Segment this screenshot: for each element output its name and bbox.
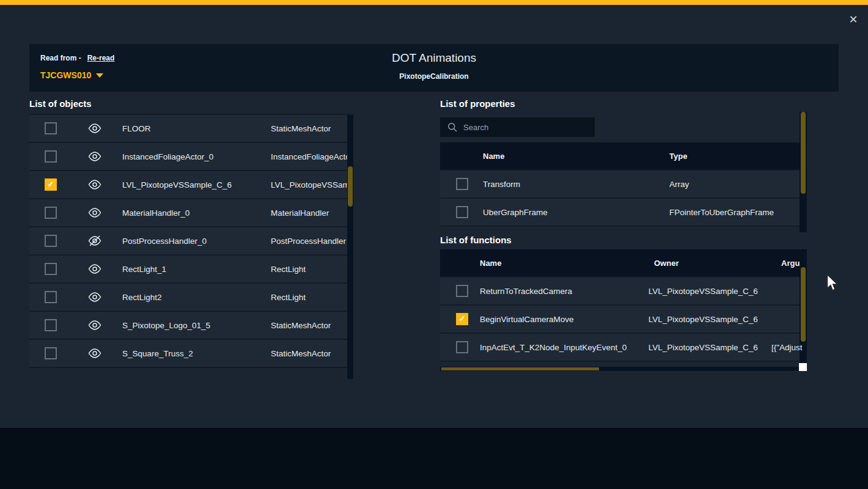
functions-horizontal-scrollbar-thumb[interactable] (441, 367, 599, 370)
table-row[interactable]: RectLight_1 RectLight (29, 256, 347, 284)
object-type: RectLight (271, 265, 347, 274)
row-checkbox[interactable] (456, 178, 468, 190)
scrollbar-corner (799, 363, 807, 371)
function-owner: LVL_PixotopeVSSample_C_6 (649, 343, 771, 352)
top-accent-bar (0, 0, 868, 5)
table-row[interactable]: Transform Array (440, 171, 800, 199)
objects-table: FLOOR StaticMeshActor InstancedFoliageAc… (29, 114, 353, 379)
mouse-cursor (826, 275, 837, 291)
table-row[interactable]: S_Square_Truss_2 StaticMeshActor (29, 340, 347, 368)
objects-panel-heading: List of objects (29, 98, 92, 109)
row-checkbox[interactable] (45, 178, 57, 191)
object-name: S_Pixotope_Logo_01_5 (122, 321, 271, 330)
property-type: Array (669, 180, 800, 189)
eye-visibility-icon[interactable] (87, 347, 102, 359)
function-name: InpActEvt_T_K2Node_InputKeyEvent_0 (480, 343, 649, 352)
function-name: ReturnToTrackedCamera (480, 287, 649, 296)
object-type: StaticMeshActor (271, 321, 347, 330)
functions-panel-heading: List of functions (440, 235, 512, 245)
table-row[interactable]: PostProcessHandler_0 PostProcessHandler (29, 227, 347, 256)
object-type: PostProcessHandler (271, 237, 347, 246)
properties-panel-heading: List of properties (440, 98, 515, 109)
properties-table: Name Type Transform Array UberGraphFrame… (440, 142, 800, 227)
functions-scrollbar-thumb[interactable] (801, 267, 806, 342)
column-header-name: Name (480, 259, 654, 268)
object-type: LVL_PixotopeVSSample_C (271, 180, 347, 189)
eye-visibility-icon[interactable] (87, 178, 102, 191)
row-checkbox[interactable] (45, 319, 57, 331)
table-row[interactable]: S_Pixotope_Logo_01_5 StaticMeshActor (29, 312, 347, 340)
functions-table: Name Owner Arguments ReturnToTrackedCame… (440, 249, 807, 362)
row-checkbox[interactable] (45, 263, 57, 275)
object-name: MaterialHandler_0 (122, 208, 271, 218)
table-row[interactable]: BeginVirtualCameraMove LVL_PixotopeVSSam… (440, 306, 807, 334)
row-checkbox[interactable] (45, 122, 57, 134)
row-checkbox[interactable] (456, 206, 468, 218)
eye-visibility-icon[interactable] (87, 291, 102, 303)
table-row[interactable]: UberGraphFrame FPointerToUberGraphFrame (440, 199, 800, 227)
objects-table-rows: FLOOR StaticMeshActor InstancedFoliageAc… (29, 115, 347, 368)
close-icon[interactable]: ✕ (846, 12, 861, 27)
property-type: FPointerToUberGraphFrame (669, 208, 800, 217)
dialog-subtitle: PixotopeCalibration (29, 72, 839, 81)
table-row[interactable]: FLOOR StaticMeshActor (29, 115, 347, 143)
object-type: StaticMeshActor (271, 349, 347, 358)
row-checkbox[interactable] (456, 313, 468, 325)
object-name: PostProcessHandler_0 (122, 237, 271, 246)
object-type: MaterialHandler (271, 208, 347, 218)
functions-horizontal-scrollbar[interactable] (440, 367, 800, 371)
object-name: FLOOR (122, 124, 271, 133)
table-row[interactable]: ReturnToTrackedCamera LVL_PixotopeVSSamp… (440, 278, 807, 306)
function-name: BeginVirtualCameraMove (480, 315, 649, 324)
eye-visibility-icon[interactable] (87, 263, 102, 275)
property-name: UberGraphFrame (483, 208, 669, 217)
object-type: InstancedFoliageActor (271, 152, 347, 161)
row-checkbox[interactable] (456, 285, 468, 297)
row-checkbox[interactable] (45, 235, 57, 247)
object-type: StaticMeshActor (271, 124, 347, 133)
function-owner: LVL_PixotopeVSSample_C_6 (649, 315, 771, 324)
row-checkbox[interactable] (45, 291, 57, 303)
properties-scrollbar[interactable] (800, 112, 807, 232)
functions-table-header: Name Owner Arguments (440, 249, 807, 278)
dot-animations-dialog: { "colors": { "accent": "#fdb913", "back… (0, 0, 868, 489)
object-name: InstancedFoliageActor_0 (122, 152, 271, 161)
dialog-footer: Cancel Select (0, 428, 868, 489)
eye-visibility-icon[interactable] (87, 150, 102, 163)
eye-visibility-icon[interactable] (87, 319, 102, 331)
row-checkbox[interactable] (45, 150, 57, 163)
object-name: LVL_PixotopeVSSample_C_6 (122, 180, 271, 189)
table-row[interactable]: MaterialHandler_0 MaterialHandler (29, 199, 347, 227)
eye-visibility-icon[interactable] (87, 122, 102, 134)
properties-scrollbar-thumb[interactable] (801, 112, 806, 194)
table-row[interactable]: InpActEvt_T_K2Node_InputKeyEvent_0 LVL_P… (440, 334, 807, 362)
function-owner: LVL_PixotopeVSSample_C_6 (649, 287, 771, 296)
row-checkbox[interactable] (456, 341, 468, 353)
column-header-type: Type (669, 152, 800, 161)
objects-scrollbar[interactable] (347, 115, 353, 379)
table-row[interactable]: LVL_PixotopeVSSample_C_6 LVL_PixotopeVSS… (29, 171, 347, 199)
properties-table-header: Name Type (440, 142, 800, 171)
object-name: S_Square_Truss_2 (122, 349, 271, 358)
properties-search[interactable] (440, 117, 595, 137)
object-type: RectLight (271, 293, 347, 302)
dialog-title: DOT Animations (29, 51, 839, 65)
objects-scrollbar-thumb[interactable] (348, 166, 353, 207)
functions-scrollbar[interactable] (800, 249, 807, 371)
object-name: RectLight_1 (122, 265, 271, 274)
column-header-name: Name (483, 152, 669, 161)
row-checkbox[interactable] (45, 347, 57, 359)
row-checkbox[interactable] (45, 207, 57, 219)
property-name: Transform (483, 180, 669, 189)
function-arguments: [{"Adjust (771, 343, 807, 352)
column-header-owner: Owner (654, 259, 781, 268)
object-name: RectLight2 (122, 293, 271, 302)
table-row[interactable]: InstancedFoliageActor_0 InstancedFoliage… (29, 143, 347, 171)
table-row[interactable]: RectLight2 RectLight (29, 284, 347, 312)
eye-hidden-icon[interactable] (87, 235, 102, 247)
search-input[interactable] (463, 123, 595, 132)
eye-visibility-icon[interactable] (87, 207, 102, 219)
search-icon (447, 122, 457, 132)
dialog-header: Read from -Re-read TJCGWS010 DOT Animati… (29, 44, 839, 92)
